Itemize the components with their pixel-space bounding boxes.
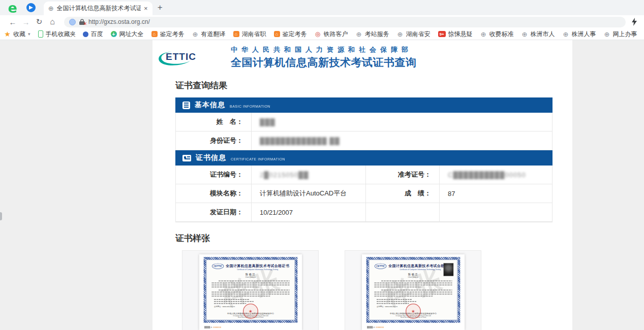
certificate-body-text [374,280,452,296]
certificate-sample-image: CETTIC 全国计算机信息高新技术考试合格证书 Certificate of … [362,254,465,330]
bookmark-item[interactable]: 9+惊悚悬疑 [438,30,473,39]
home-icon[interactable]: ⌂ [46,17,59,26]
badge9-icon: 9+ [438,31,446,37]
site-mode-icon[interactable] [69,19,76,25]
site-title: 全国计算机信息高新技术考试证书查询 [231,55,417,70]
paw-icon [83,31,88,37]
certificate-subtitle: Certificate of Computer Information Tech… [226,269,289,271]
certificate-fields [376,299,455,304]
certificate-info-subtitle: CERTIFICATE INFORMATION [231,157,285,161]
certificate-sample-card: CETTIC 全国计算机信息高新技术考试合格证书 Certificate of … [345,250,481,330]
bookmark-item[interactable]: 手机收藏夹 [38,30,75,39]
bookmark-label: 百度 [91,30,103,39]
certificate-samples: CETTIC 全国计算机信息高新技术考试合格证书 Certificate of … [182,250,572,330]
cettic-logo-icon: ETTIC [158,46,225,69]
score-value: 87 [439,184,552,203]
globe-icon: ⊕ [356,31,362,38]
send-circle-icon[interactable] [26,3,36,12]
exam-card-no-value: C██████████00050 [439,166,552,184]
bookmark-item[interactable]: ⊕网上办事 [604,30,637,39]
bookmark-label: 网上办事 [613,30,637,39]
new-tab-button[interactable]: + [158,3,163,13]
insecure-lock-icon[interactable]: ✕ [79,19,85,25]
bookmark-item[interactable]: +网址大全 [111,30,144,39]
bookmarks-bar: ★收藏▾手机收藏夹百度+网址大全⌂鉴定考务⊕有道翻译⌂湖南省职⌂鉴定考务◎铁路客… [0,28,644,40]
bookmark-item[interactable]: ⊕考站服务 [356,30,389,39]
bookmark-item[interactable]: ⊕有道翻译 [192,30,226,39]
bookmark-label: 收藏 [13,30,25,39]
basic-info-subtitle: BASIC INFORMATION [230,105,270,108]
id-number-label: 身份证号： [176,131,251,150]
tab-title: 全国计算机信息高新技术考试证 [57,4,141,13]
id-card-icon [182,155,191,161]
content-card: ETTIC 中华人民共和国人力资源和社会保障部 全国计算机信息高新技术考试证书查… [152,40,572,330]
tab-globe-icon: ⊕ [48,5,54,12]
basic-info-header: 基本信息 BASIC INFORMATION [175,97,553,113]
name-value: ███ [251,113,552,131]
certificate-holder-name: 陈杨洁 [371,272,455,275]
certificate-title: 全国计算机信息高新技术考试合格证书 [388,263,452,268]
certificate-info-title: 证书信息 [196,153,226,162]
results-section-title: 证书查询结果 [175,80,572,91]
tab-strip: e ⊕ 全国计算机信息高新技术考试证 × + [0,0,644,15]
certificate-serial: ████-A0000000 [366,325,383,328]
certificate-holder-name-en: Chen Yang-jie [208,276,293,278]
bookmark-item[interactable]: ⌂鉴定考务 [151,30,185,39]
exam-card-no-label: 准考证号： [365,166,439,184]
bookmark-item[interactable]: ⌂湖南省职 [233,30,266,39]
bookmark-label: 惊悚悬疑 [448,30,473,39]
lightning-icon[interactable] [631,18,638,26]
certificate-border: CETTIC 全国计算机信息高新技术考试合格证书 Certificate of … [203,257,297,322]
bookmark-item[interactable]: 百度 [83,30,103,39]
tab-close-icon[interactable]: × [144,5,148,12]
issue-date-label: 发证日期： [176,203,251,222]
reload-icon[interactable]: ↻ [33,17,46,26]
issue-date-value: 10/21/2007 [251,203,365,222]
url-field[interactable]: ✕ http://gxzs.osta.org.cn/ [64,17,626,27]
site-header: ETTIC 中华人民共和国人力资源和社会保障部 全国计算机信息高新技术考试证书查… [152,40,572,70]
certificate-sample-image: CETTIC 全国计算机信息高新技术考试合格证书 Certificate of … [199,254,302,330]
logo-text: ETTIC [166,51,196,62]
certificate-no-value: 2█0215050██ [251,166,365,184]
bookmark-label: 株洲市人 [531,30,555,39]
bookmark-label: 手机收藏夹 [46,30,75,39]
empty-label-cell [365,203,439,222]
certificate-serial: ████-A0000000 [204,325,221,328]
browser-360-logo-icon[interactable]: e [8,2,18,15]
certificate-logo-icon: CETTIC [374,263,386,269]
bookmark-label: 湖南省职 [242,30,266,39]
certificate-sample-card: CETTIC 全国计算机信息高新技术考试合格证书 Certificate of … [182,250,319,330]
bookmark-item[interactable]: ◎铁路客户 [315,30,348,39]
bookmark-label: 鉴定考务 [283,30,307,39]
bookmark-label: 网址大全 [119,30,144,39]
bookmark-item[interactable]: ⊕株洲人事 [563,30,596,39]
certificate-title: 全国计算机信息高新技术考试合格证书 [226,263,289,268]
globe-icon: ⊕ [563,31,569,38]
bookmark-item[interactable]: ⊕湖南省安 [397,30,431,39]
sidebar-handle[interactable] [0,212,2,220]
home-icon: ⌂ [151,31,158,37]
back-icon[interactable]: ← [6,18,19,26]
certificate-info-header: 证书信息 CERTIFICATE INFORMATION [175,150,553,166]
red-seal-icon [242,303,258,318]
bookmark-item[interactable]: ⊕收费标准 [480,30,514,39]
forward-icon[interactable]: → [19,18,33,26]
certificate-info-grid: 证书编号： 2█0215050██ 准考证号： C██████████00050… [176,166,552,222]
name-label: 姓 名： [176,113,251,131]
certificate-fields [213,299,292,304]
certificate-border: CETTIC 全国计算机信息高新技术考试合格证书 Certificate of … [366,257,460,322]
sample-section-title: 证书样张 [175,233,572,244]
basic-info-title: 基本信息 [195,101,225,110]
bookmark-label: 收费标准 [489,30,514,39]
insecure-x-mark: ✕ [83,22,87,26]
caret-down-icon[interactable]: ▾ [28,31,30,37]
module-name-label: 模块名称： [176,184,251,203]
module-name-value: 计算机辅助设计AutoCAD平台 [251,184,365,203]
bookmark-item[interactable]: ⌂鉴定考务 [274,30,307,39]
browser-tab[interactable]: ⊕ 全国计算机信息高新技术考试证 × [44,2,152,15]
bookmark-item[interactable]: ⊕株洲市人 [522,30,555,39]
certificate-photo [443,262,453,276]
bookmark-item[interactable]: ★收藏▾ [4,30,30,39]
browser-window: e ⊕ 全国计算机信息高新技术考试证 × + ← → ↻ ⌂ ✕ http://… [0,0,644,330]
certificate-holder-name-en: Chen Yang-jie [371,276,455,278]
